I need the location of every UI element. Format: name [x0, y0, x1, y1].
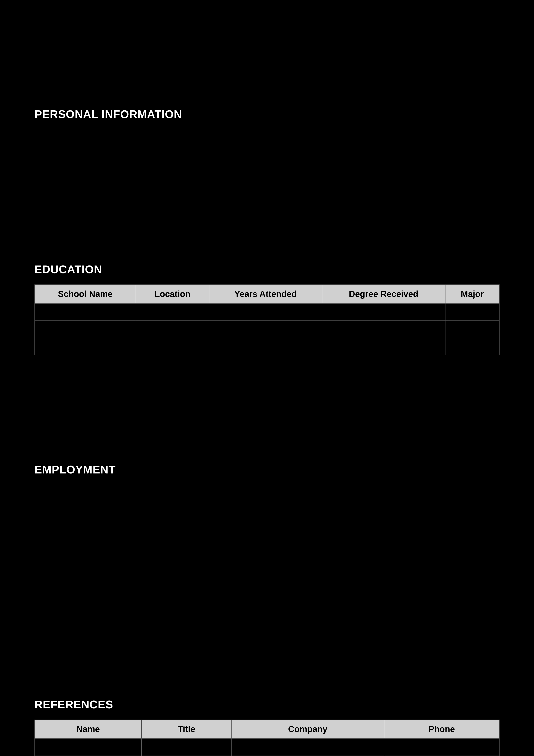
education-col-years-attended: Years Attended [209, 285, 322, 304]
edu-row1-major [445, 304, 499, 321]
references-col-company: Company [231, 720, 384, 739]
edu-row2-major [445, 321, 499, 338]
table-row [35, 739, 499, 756]
references-section: REFERENCES Name Title Company Phone [35, 698, 499, 756]
education-col-degree-received: Degree Received [322, 285, 445, 304]
education-table-header-row: School Name Location Years Attended Degr… [35, 285, 499, 304]
edu-row2-degree [322, 321, 445, 338]
edu-row3-location [136, 338, 209, 355]
references-col-phone: Phone [384, 720, 499, 739]
education-table: School Name Location Years Attended Degr… [35, 284, 499, 355]
edu-row3-degree [322, 338, 445, 355]
education-col-location: Location [136, 285, 209, 304]
table-row [35, 338, 499, 355]
edu-row1-degree [322, 304, 445, 321]
edu-row1-location [136, 304, 209, 321]
edu-row1-years [209, 304, 322, 321]
employment-section: EMPLOYMENT [35, 463, 499, 681]
table-row [35, 304, 499, 321]
education-section: EDUCATION School Name Location Years Att… [35, 263, 499, 398]
education-col-school-name: School Name [35, 285, 136, 304]
edu-row1-school [35, 304, 136, 321]
education-title: EDUCATION [35, 263, 499, 276]
education-col-major: Major [445, 285, 499, 304]
references-table: Name Title Company Phone [35, 719, 499, 756]
ref-row1-company [231, 739, 384, 756]
edu-row3-school [35, 338, 136, 355]
table-row [35, 321, 499, 338]
edu-row2-school [35, 321, 136, 338]
ref-row1-name [35, 739, 141, 756]
references-col-title: Title [141, 720, 231, 739]
edu-row2-location [136, 321, 209, 338]
ref-row1-phone [384, 739, 499, 756]
edu-row2-years [209, 321, 322, 338]
employment-title: EMPLOYMENT [35, 463, 499, 476]
page-container: PERSONAL INFORMATION EDUCATION School Na… [0, 0, 534, 756]
personal-information-title: PERSONAL INFORMATION [35, 108, 499, 121]
references-table-header-row: Name Title Company Phone [35, 720, 499, 739]
ref-row1-title [141, 739, 231, 756]
references-col-name: Name [35, 720, 141, 739]
personal-information-section: PERSONAL INFORMATION [35, 108, 499, 250]
edu-row3-major [445, 338, 499, 355]
references-title: REFERENCES [35, 698, 499, 711]
edu-row3-years [209, 338, 322, 355]
